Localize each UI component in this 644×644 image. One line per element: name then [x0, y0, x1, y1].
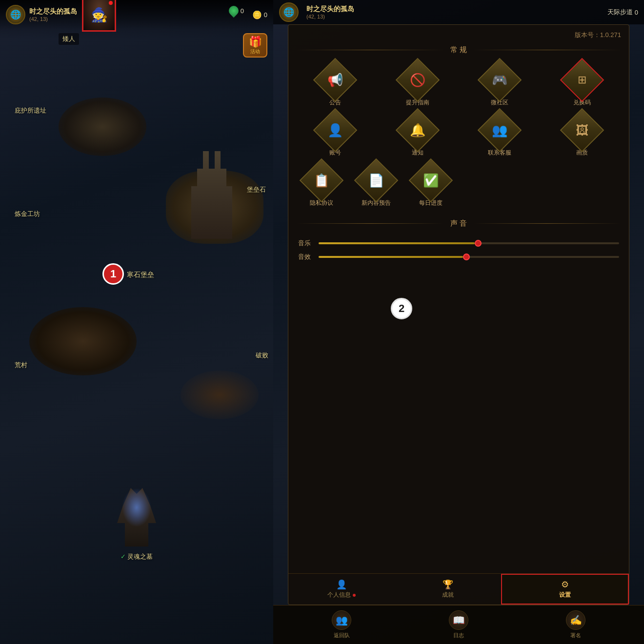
personal-info-dot [353, 594, 356, 597]
daily-diamond: ✅ [409, 158, 453, 203]
preview-item[interactable]: 📄 新内容预告 [353, 165, 400, 207]
quality-icon: 🖼 [576, 123, 588, 138]
location-coords: (42, 13) [29, 16, 77, 22]
music-slider-fill [319, 242, 475, 244]
settings-tab-label: 设置 [559, 591, 571, 599]
icons-row-1: 📢 公告 🚫 提升指南 🎮 微社区 ⊞ [288, 57, 629, 115]
gem-currency: 0 [229, 6, 244, 16]
character-portrait[interactable]: 🧙 [82, 0, 116, 32]
achievements-label: 成就 [442, 591, 454, 599]
redeem-icon: ⊞ [578, 74, 586, 86]
settings-header: 版本号：1.0.271 [288, 25, 629, 43]
music-slider-row: 音乐 [298, 239, 619, 248]
divider-line-left [296, 50, 444, 50]
sfx-label: 音效 [298, 253, 313, 261]
settings-bottom-bar: 👤 个人信息 🏆 成就 ⚙ 设置 [288, 573, 629, 605]
icons-row-3: 📋 隐私协议 📄 新内容预告 ✅ 每日进度 [288, 165, 464, 211]
privacy-diamond: 📋 [300, 158, 344, 203]
general-title: 常 规 [450, 45, 467, 55]
guide-item[interactable]: 🚫 提升指南 [381, 64, 455, 107]
return-team-label: 返回队 [334, 632, 350, 639]
support-icon: 👥 [492, 123, 507, 138]
right-nav-label: 天际步道 [607, 8, 633, 17]
divider-line-right [473, 50, 621, 50]
village-label: 荒村 [15, 361, 27, 370]
gem-value: 0 [241, 7, 244, 15]
portrait-notification-dot [109, 1, 113, 5]
music-slider-thumb [475, 240, 482, 247]
daily-progress-item[interactable]: ✅ 每日进度 [407, 165, 454, 207]
quality-item[interactable]: 🖼 画质 [545, 115, 620, 157]
sfx-slider-thumb [463, 254, 470, 260]
shelter-label: 庇护所遗址 [15, 106, 46, 115]
account-diamond: 👤 [313, 108, 358, 153]
log-nav[interactable]: 📖 日志 [449, 610, 468, 639]
world-icon[interactable]: 🌐 [6, 5, 25, 24]
step-2-badge: 2 [391, 298, 412, 319]
announcement-diamond: 📢 [313, 58, 358, 102]
right-currency-value: 0 [635, 9, 638, 16]
preview-icon: 📄 [368, 173, 384, 188]
achievements-icon: 🏆 [443, 579, 453, 590]
right-coords: (42, 13) [306, 14, 354, 20]
music-slider-track[interactable] [319, 242, 619, 244]
redeem-item[interactable]: ⊞ 兑换码 [545, 64, 620, 107]
personal-info-icon: 👤 [336, 579, 347, 590]
right-game-panel: 🌐 时之尽头的孤岛 (42, 13) 天际步道 0 版本号：1.0.271 常 … [273, 0, 644, 644]
activity-label: 活动 [250, 48, 260, 55]
daily-icon: ✅ [423, 173, 439, 188]
log-label: 日志 [453, 632, 464, 639]
notification-icon: 🔔 [410, 123, 425, 138]
icons-row-2: 👤 账号 🔔 通知 👥 联系客服 🖼 画质 [288, 115, 629, 165]
sfx-slider-fill [319, 256, 463, 258]
fortress-stone-label: 堡垒石 [247, 185, 266, 194]
guide-diamond: 🚫 [395, 58, 440, 102]
version-text: 版本号：1.0.271 [575, 31, 621, 39]
sound-title: 声 音 [450, 219, 467, 228]
sound-section-divider: 声 音 [296, 219, 621, 228]
settings-tab-icon: ⚙ [561, 579, 569, 590]
support-item[interactable]: 👥 联系客服 [463, 115, 537, 157]
privacy-icon: 📋 [314, 173, 329, 188]
community-item[interactable]: 🎮 微社区 [463, 64, 537, 107]
terrain-rock-4 [181, 371, 259, 419]
sfx-slider-track[interactable] [319, 256, 619, 258]
signature-icon: ✍ [566, 610, 585, 630]
announcement-item[interactable]: 📢 公告 [298, 64, 373, 107]
sound-divider-left [296, 223, 444, 224]
redeem-diamond: ⊞ [560, 58, 604, 102]
forge-label: 炼金工坊 [15, 210, 40, 218]
gem-icon [227, 4, 241, 18]
terrain-rock-1 [59, 98, 146, 156]
community-icon: 🎮 [492, 73, 507, 88]
return-team-nav[interactable]: 👥 返回队 [332, 610, 351, 639]
privacy-item[interactable]: 📋 隐私协议 [298, 165, 345, 207]
preview-diamond: 📄 [354, 158, 399, 203]
activity-icon: 🎁 [249, 36, 262, 48]
music-label: 音乐 [298, 239, 313, 248]
right-location-info: 时之尽头的孤岛 (42, 13) [306, 5, 354, 20]
community-diamond: 🎮 [478, 58, 522, 102]
right-location-name: 时之尽头的孤岛 [306, 5, 354, 14]
support-diamond: 👥 [478, 108, 522, 153]
guide-icon: 🚫 [410, 73, 425, 88]
signature-nav[interactable]: ✍ 署名 [566, 610, 585, 639]
player-name: 矮人 [59, 33, 79, 45]
personal-info-tab[interactable]: 👤 个人信息 [288, 574, 395, 605]
signature-label: 署名 [570, 632, 581, 639]
right-currency: 天际步道 0 [607, 8, 638, 17]
settings-tab[interactable]: ⚙ 设置 [501, 574, 629, 605]
location-name: 时之尽头的孤岛 [29, 7, 77, 16]
soul-tomb-label: ✓ 灵魂之墓 [121, 552, 153, 561]
right-world-icon[interactable]: 🌐 [279, 2, 299, 22]
general-section-divider: 常 规 [296, 45, 621, 55]
right-bottom-nav: 👥 返回队 📖 日志 ✍ 署名 [273, 605, 644, 644]
log-icon: 📖 [449, 610, 468, 630]
achievements-tab[interactable]: 🏆 成就 [395, 574, 501, 605]
left-game-panel: 🌐 时之尽头的孤岛 (42, 13) 🧙 🪙 0 矮人 0 🎁 活动 庇护所遗址… [0, 0, 273, 644]
account-item[interactable]: 👤 账号 [298, 115, 373, 157]
notification-item[interactable]: 🔔 通知 [381, 115, 455, 157]
activity-button[interactable]: 🎁 活动 [243, 33, 267, 58]
coldstone-label: 寒石堡垒 [127, 271, 154, 279]
return-team-icon: 👥 [332, 610, 351, 630]
